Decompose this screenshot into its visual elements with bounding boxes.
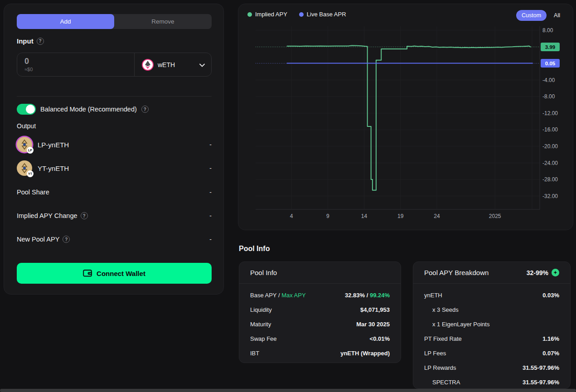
help-icon[interactable]: ? <box>63 236 70 243</box>
legend-implied-apy[interactable]: Implied APY <box>247 11 287 18</box>
input-label: Input <box>17 37 34 45</box>
row-label: x 3 Seeds <box>424 306 459 313</box>
table-row: Liquidity$4,071,953 <box>250 302 390 317</box>
stat-rows: Pool Share-Implied APY Change?-New Pool … <box>17 188 212 258</box>
range-all-button[interactable]: All <box>554 12 560 19</box>
stat-row: New Pool APY?- <box>17 235 212 244</box>
svg-text:-4.00: -4.00 <box>542 77 555 83</box>
wallet-icon <box>83 269 92 278</box>
row-value: 31.55-97.96% <box>523 379 559 386</box>
row-label: ynETH <box>424 292 442 299</box>
svg-text:0.05: 0.05 <box>545 61 556 66</box>
output-token-name: YT-ynETH <box>38 165 69 172</box>
apy-chart[interactable]: 8.00-4.00-8.00-12.00-16.00-20.00-24.00-2… <box>238 4 574 231</box>
row-value: 0.03% <box>542 292 559 299</box>
stat-row: Implied APY Change?- <box>17 211 212 220</box>
row-label: Liquidity <box>250 306 272 313</box>
apy-card-rows: ynETH0.03%x 3 Seedsx 1 EigenLayer Points… <box>413 284 570 389</box>
row-value: $4,071,953 <box>360 306 390 313</box>
output-token-name: LP-ynETH <box>38 141 69 149</box>
stat-label: Implied APY Change <box>17 212 77 219</box>
svg-text:-16.00: -16.00 <box>542 126 558 133</box>
stat-value: - <box>209 189 212 196</box>
table-row: IBTynETH (Wrapped) <box>250 346 390 360</box>
add-tab[interactable]: Add <box>17 14 114 29</box>
svg-text:-24.00: -24.00 <box>542 160 558 166</box>
row-label: Base APY / Max APY <box>250 292 306 299</box>
row-label: x 1 EigenLayer Points <box>424 321 489 328</box>
row-value: 1.16% <box>542 335 559 342</box>
table-row: LP Rewards31.55-97.96% <box>424 360 559 375</box>
svg-text:2025: 2025 <box>489 213 501 219</box>
row-label: Swap Fee <box>250 335 277 342</box>
table-row: MaturityMar 30 2025 <box>250 317 390 331</box>
range-custom-button[interactable]: Custom <box>516 10 547 21</box>
output-token-value: - <box>209 165 212 172</box>
chart-panel: Implied APY Live Base APR Custom All 8.0… <box>238 4 573 230</box>
output-rows: LPLP-ynETH-YTYT-ynETH- <box>17 136 212 183</box>
pool-info-section-title: Pool Info <box>239 245 270 253</box>
blue-dot-icon <box>299 12 304 17</box>
connect-wallet-button[interactable]: Connect Wallet <box>17 263 212 284</box>
sparkle-icon: ✦ <box>552 269 559 276</box>
svg-text:8.00: 8.00 <box>542 27 553 34</box>
stat-value: - <box>209 212 212 219</box>
pool-apy-breakdown-card: Pool APY Breakdown 32-99% ✦ ynETH0.03%x … <box>413 261 571 389</box>
row-label: LP Rewards <box>424 364 456 371</box>
row-label: PT Fixed Rate <box>424 335 462 342</box>
usd-estimate: ≈$0 <box>24 67 134 72</box>
chart-range-controls: Custom All <box>516 10 560 21</box>
token-selector[interactable]: wETH <box>135 53 211 76</box>
stat-label: New Pool APY <box>17 236 59 243</box>
output-row: LPLP-ynETH- <box>17 136 212 153</box>
divider <box>17 96 212 97</box>
chart-legend: Implied APY Live Base APR <box>247 11 346 18</box>
horizontal-scrollbar[interactable] <box>0 389 576 392</box>
legend-live-base-apr-label: Live Base APR <box>307 11 346 18</box>
stat-value: - <box>209 236 212 243</box>
apy-card-title: Pool APY Breakdown <box>424 269 489 276</box>
row-value: Mar 30 2025 <box>356 321 390 328</box>
legend-live-base-apr[interactable]: Live Base APR <box>299 11 346 18</box>
row-label: IBT <box>250 350 259 357</box>
svg-text:-32.00: -32.00 <box>542 193 558 199</box>
balanced-mode-toggle[interactable] <box>17 104 36 115</box>
svg-text:19: 19 <box>397 213 404 219</box>
pool-info-card-title: Pool Info <box>250 269 277 276</box>
row-value: 32.83% / 99.24% <box>345 292 390 299</box>
add-remove-segmented: Add Remove <box>17 14 212 29</box>
svg-text:-8.00: -8.00 <box>542 93 555 100</box>
table-row: Swap Fee<0.01% <box>250 331 390 346</box>
output-label: Output <box>17 122 36 130</box>
pool-info-card: Pool Info Base APY / Max APY32.83% / 99.… <box>239 261 401 363</box>
table-row: x 3 Seeds <box>424 302 559 317</box>
yt-token-icon: YT <box>17 160 32 176</box>
output-token-value: - <box>209 141 212 148</box>
pool-info-card-rows: Base APY / Max APY32.83% / 99.24%Liquidi… <box>239 284 401 360</box>
chevron-down-icon <box>199 61 205 69</box>
help-icon[interactable]: ? <box>81 212 88 219</box>
svg-text:9: 9 <box>326 213 329 219</box>
token-badge: LP <box>27 147 34 154</box>
svg-text:4: 4 <box>290 213 293 219</box>
svg-text:14: 14 <box>361 213 368 219</box>
liquidity-panel: Add Remove Input ? ≈$0 wETH Balanced M <box>4 4 224 295</box>
input-help-icon[interactable]: ? <box>37 38 44 45</box>
table-row: ynETH0.03% <box>424 288 559 302</box>
output-row: YTYT-ynETH- <box>17 160 212 177</box>
stat-label: Pool Share <box>17 189 49 196</box>
apy-total: 32-99% <box>527 269 548 276</box>
row-label: LP Fees <box>424 350 446 357</box>
remove-tab[interactable]: Remove <box>114 14 212 29</box>
row-value: 0.07% <box>542 350 559 357</box>
table-row: x 1 EigenLayer Points <box>424 317 559 331</box>
balanced-mode-help-icon[interactable]: ? <box>141 106 149 113</box>
amount-input-box: ≈$0 wETH <box>17 53 212 77</box>
lp-token-icon: LP <box>17 137 32 152</box>
amount-input[interactable] <box>24 57 124 66</box>
balanced-mode-label: Balanced Mode (Recommended) <box>40 106 137 113</box>
row-value: <0.01% <box>370 335 390 342</box>
svg-text:-20.00: -20.00 <box>542 143 558 150</box>
table-row: LP Fees0.07% <box>424 346 559 360</box>
table-row: PT Fixed Rate1.16% <box>424 331 559 346</box>
